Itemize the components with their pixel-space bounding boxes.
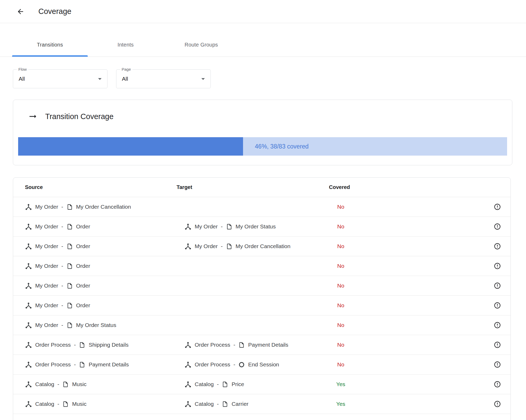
flow-icon	[25, 381, 32, 388]
filters: Flow All Page All	[13, 69, 526, 88]
flow-name: Catalog	[195, 381, 214, 387]
flow-select[interactable]: Flow All	[13, 69, 107, 88]
table-row: Catalog-Confirmation Order Process No	[13, 414, 510, 420]
covered-status: No	[329, 223, 353, 230]
page-name: Payment Details	[248, 342, 288, 348]
page-icon	[226, 223, 233, 230]
separator: -	[61, 283, 63, 289]
coverage-progress-label: 46%, 38/83 covered	[255, 143, 309, 150]
separator: -	[57, 381, 59, 387]
table-row: Order Process-Shipping Details Order Pro…	[13, 335, 510, 355]
tab-transitions[interactable]: Transitions	[12, 33, 88, 57]
source-cell: My Order-Order	[13, 243, 177, 250]
page-name: Music	[72, 401, 86, 407]
target-cell: Catalog-Price	[177, 381, 329, 388]
covered-cell: No	[329, 263, 416, 269]
arrow-back-icon	[17, 8, 24, 16]
page-icon	[66, 283, 73, 289]
alert-circle-icon[interactable]	[494, 381, 501, 388]
table-row: Catalog-Music Catalog-Carrier Yes	[13, 394, 510, 414]
covered-status: Yes	[329, 381, 353, 387]
flow-name: My Order	[35, 322, 58, 328]
top-app-bar: Coverage	[0, 0, 526, 23]
info-cell	[416, 361, 510, 368]
source-cell: My Order-Order	[13, 263, 177, 270]
covered-status: No	[329, 204, 353, 210]
alert-circle-icon[interactable]	[494, 400, 501, 408]
covered-status: No	[329, 322, 353, 328]
table-row: My Order-Order My Order-My Order Status …	[13, 217, 510, 236]
tab-route-groups-label: Route Groups	[185, 42, 218, 48]
info-cell	[416, 321, 510, 329]
separator: -	[221, 243, 223, 249]
info-cell	[416, 243, 510, 250]
page-icon	[66, 204, 73, 210]
page-name: Order	[76, 263, 90, 269]
target-cell: Order Process-Payment Details	[177, 341, 329, 349]
tab-intents[interactable]: Intents	[88, 33, 163, 57]
arrow-drop-down-icon	[96, 75, 104, 83]
page-icon	[66, 302, 73, 309]
alert-circle-icon[interactable]	[494, 341, 501, 349]
page-name: Price	[231, 381, 244, 387]
flow-name: Order Process	[35, 342, 71, 348]
back-button[interactable]	[15, 6, 26, 17]
tab-intents-label: Intents	[117, 42, 133, 48]
flow-icon	[184, 401, 192, 408]
page-name: Order	[76, 283, 90, 289]
flow-name: My Order	[35, 243, 58, 249]
page-icon	[222, 401, 228, 407]
flow-icon	[184, 243, 192, 250]
separator: -	[221, 223, 223, 230]
covered-status: No	[329, 302, 353, 309]
flow-icon	[25, 282, 32, 289]
covered-status: No	[329, 283, 353, 289]
flow-name: My Order	[35, 223, 58, 230]
coverage-progress-fill	[18, 137, 243, 156]
flow-name: Catalog	[35, 401, 54, 407]
page-name: Order	[76, 302, 90, 309]
alert-circle-icon[interactable]	[494, 243, 501, 250]
source-cell: My Order-Order	[13, 282, 177, 289]
tab-route-groups[interactable]: Route Groups	[163, 33, 239, 57]
table-row: My Order-My Order Cancellation No	[13, 197, 510, 217]
flow-name: Order Process	[195, 361, 230, 368]
alert-circle-icon[interactable]	[494, 302, 501, 309]
covered-cell: Yes	[329, 401, 416, 407]
flow-icon	[25, 263, 32, 270]
page-select[interactable]: Page All	[116, 69, 211, 88]
flow-name: My Order	[35, 283, 58, 289]
flow-icon	[184, 381, 192, 388]
transition-coverage-card: Transition Coverage 46%, 38/83 covered	[13, 100, 512, 165]
flow-icon	[25, 361, 32, 368]
source-cell: My Order-Order	[13, 223, 177, 230]
flow-name: My Order	[195, 243, 218, 249]
covered-cell: No	[329, 243, 416, 249]
separator: -	[61, 322, 63, 328]
alert-circle-icon[interactable]	[494, 282, 501, 289]
page-name: Order	[76, 243, 90, 249]
page-icon	[66, 322, 73, 329]
page-name: Payment Details	[89, 361, 129, 368]
table-row: My Order-Order No	[13, 295, 510, 315]
flow-select-value: All	[13, 76, 25, 82]
source-cell: Order Process-Payment Details	[13, 361, 177, 368]
alert-circle-icon[interactable]	[494, 223, 501, 230]
arrow-right-icon	[28, 111, 38, 121]
flow-name: My Order	[195, 223, 218, 230]
coverage-card-title: Transition Coverage	[45, 112, 114, 121]
source-cell: My Order-Order	[13, 302, 177, 309]
alert-circle-icon[interactable]	[494, 321, 501, 329]
flow-icon	[25, 203, 32, 211]
alert-circle-icon[interactable]	[494, 262, 501, 270]
tab-bar: Transitions Intents Route Groups	[0, 23, 526, 57]
source-cell: My Order-My Order Cancellation	[13, 203, 177, 211]
page-name: My Order Cancellation	[76, 204, 131, 210]
tab-transitions-label: Transitions	[37, 42, 63, 48]
alert-circle-icon[interactable]	[494, 361, 501, 368]
coverage-progress-bar: 46%, 38/83 covered	[18, 137, 507, 156]
alert-circle-icon[interactable]	[494, 203, 501, 211]
page-icon	[222, 381, 228, 388]
table-row: My Order-Order No	[13, 256, 510, 276]
flow-name: Catalog	[35, 381, 54, 387]
